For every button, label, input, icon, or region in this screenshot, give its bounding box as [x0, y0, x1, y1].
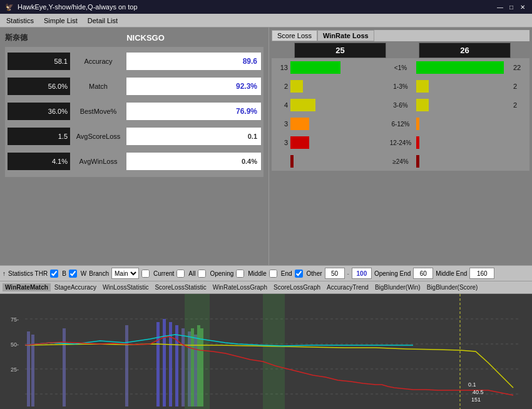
avgwin-left-bar: 4.1% [8, 153, 70, 170]
tab-winrate-loss[interactable]: WinRate Loss [317, 30, 374, 41]
right-panel: Score Loss WinRate Loss 25 26 13 <1% [269, 28, 532, 265]
row-1-3-range: 1-3% [385, 83, 416, 90]
bestmove-left-val: 36.0% [48, 108, 68, 115]
stat-row-bestmove: 36.0% BestMove% 76.9% [8, 99, 261, 123]
b-label: B [62, 270, 66, 277]
score-row-12-24: 3 12-24% [272, 133, 529, 152]
svg-rect-23 [175, 325, 178, 406]
close-button[interactable]: ✕ [518, 3, 527, 11]
svg-rect-19 [125, 325, 128, 406]
row-ge24-left-bar [290, 154, 385, 168]
avgscore-label: AvgScoreLoss [70, 133, 126, 140]
avgscore-left-val: 1.5 [58, 133, 68, 140]
tab-score-loss[interactable]: Score Loss [272, 30, 317, 41]
middle-label: Middle [248, 270, 266, 277]
svg-rect-18 [63, 328, 66, 406]
tab-winlossstatistic[interactable]: WinLossStatistic [100, 283, 151, 291]
row-lt1-left-bar [290, 61, 385, 74]
tab-accuracytrend[interactable]: AccuracyTrend [324, 283, 371, 291]
yellow-bar-3-6-right [416, 99, 429, 111]
svg-text:0.1: 0.1 [468, 381, 476, 388]
score-row-6-12: 3 6-12% [272, 114, 529, 133]
match-label: Match [70, 83, 126, 90]
w-checkbox[interactable] [69, 270, 77, 278]
tab-bigblunderscore[interactable]: BigBlunder(Score) [424, 283, 481, 291]
current-checkbox[interactable] [141, 270, 150, 278]
minimize-button[interactable]: — [496, 3, 504, 11]
row-lt1-right-num: 22 [511, 64, 529, 71]
avgwin-right-val: 0.4% [242, 158, 257, 165]
row-12-24-right-bar [416, 136, 511, 149]
stat-row-avgscore: 1.5 AvgScoreLoss 0.1 [8, 124, 261, 148]
accuracy-right-bar: 89.6 [126, 53, 261, 70]
score-row-1-3: 2 1-3% 2 [272, 77, 529, 96]
row-12-24-range: 12-24% [385, 139, 416, 146]
match-left-bar: 56.0% [8, 78, 70, 95]
menu-simple-list[interactable]: Simple List [41, 16, 80, 26]
tab-scorelossstatistic[interactable]: ScoreLossStatistic [152, 283, 208, 291]
accuracy-left-bar: 58.1 [8, 53, 70, 70]
app-icon: 🦅 [5, 3, 14, 11]
bestmove-right-bar: 76.9% [126, 103, 261, 120]
b-checkbox[interactable] [50, 270, 58, 278]
w-label: W [81, 270, 86, 277]
row-ge24-right-bar [416, 154, 511, 168]
darkred-bar-ge24-left [290, 155, 294, 168]
avgscore-left-bar: 1.5 [8, 128, 70, 145]
yellow-bar-1-3-left [290, 80, 303, 93]
svg-rect-24 [182, 328, 185, 406]
row-3-6-left-bar [290, 98, 385, 112]
tab-stageaccuracy[interactable]: StageAccuracy [52, 283, 99, 291]
row-6-12-left-num: 3 [272, 120, 290, 128]
avgscore-right-val: 0.1 [248, 133, 257, 140]
score-grid: 25 26 13 <1% 22 2 [272, 43, 529, 171]
score-row-ge24: ≥24% [272, 152, 529, 171]
row-lt1-range: <1% [385, 64, 416, 71]
all-label: All [188, 270, 195, 277]
title-bar-controls[interactable]: — □ ✕ [496, 3, 527, 11]
current-label: Current [153, 270, 174, 277]
maximize-button[interactable]: □ [507, 3, 516, 11]
tab-bigblunderwin[interactable]: BigBlunder(Win) [372, 283, 423, 291]
row-lt1-right-bar [416, 61, 511, 74]
middle-end-label: Middle End [436, 270, 467, 277]
stats-thr-label: Statistics THR [8, 270, 48, 277]
row-6-12-right-bar [416, 117, 511, 131]
score-row-3-6: 4 3-6% 2 [272, 96, 529, 114]
stat-row-avgwin: 4.1% AvgWinLoss 0.4% [8, 149, 261, 173]
opening-checkbox[interactable] [198, 270, 206, 278]
upper-area: 斯奈德 NICKSGO 58.1 Accuracy 89.6 56.0% Mat… [0, 28, 532, 265]
tab-scorelossgraph[interactable]: ScoreLossGraph [271, 283, 323, 291]
title-bar-left: 🦅 HawkEye,Y-show/hide,Q-always on top [5, 3, 138, 11]
middle-checkbox[interactable] [236, 270, 244, 278]
svg-text:25-: 25- [11, 366, 19, 373]
menu-bar: Statistics Simple List Detail List [0, 14, 532, 28]
other-label: Other [307, 270, 322, 277]
tab-winratelossgraph[interactable]: WinRateLossGraph [210, 283, 270, 291]
all-checkbox[interactable] [176, 270, 185, 278]
match-right-val: 92.3% [236, 82, 257, 91]
stat-row-accuracy: 58.1 Accuracy 89.6 [8, 49, 261, 73]
other-checkbox[interactable] [295, 270, 303, 278]
menu-detail-list[interactable]: Detail List [85, 16, 120, 26]
end-checkbox[interactable] [269, 270, 277, 278]
yellow-bar-1-3-right [416, 80, 429, 93]
chart-svg: 75- 50- 25- 20 40 60 80 100 120 140 160 [0, 294, 532, 409]
opening-end-input[interactable] [413, 268, 433, 279]
menu-statistics[interactable]: Statistics [4, 16, 36, 26]
avgwin-right-bar: 0.4% [126, 153, 261, 170]
middle-end-input[interactable] [469, 268, 494, 279]
other-to-input[interactable] [352, 268, 372, 279]
col2-header: 26 [419, 43, 511, 58]
tabs-row: WinRateMatch StageAccuracy WinLossStatis… [0, 281, 532, 294]
branch-select[interactable]: Main [111, 268, 139, 279]
other-from-input[interactable] [325, 268, 345, 279]
row-3-6-right-num: 2 [511, 101, 529, 109]
bestmove-left-bar: 36.0% [8, 103, 70, 120]
tab-winratematch[interactable]: WinRateMatch [3, 283, 51, 291]
row-lt1-left-num: 13 [272, 64, 290, 71]
row-12-24-left-bar [290, 136, 385, 149]
opening-label: Opening [210, 270, 233, 277]
svg-rect-21 [163, 319, 166, 406]
row-1-3-right-num: 2 [511, 83, 529, 90]
